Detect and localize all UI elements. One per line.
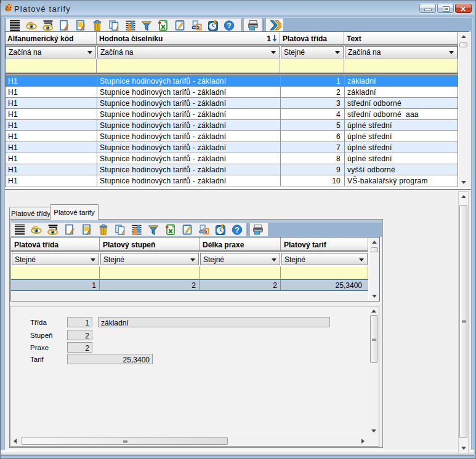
svg-text:?: ? <box>227 22 232 30</box>
svg-text:?: ? <box>235 226 240 234</box>
